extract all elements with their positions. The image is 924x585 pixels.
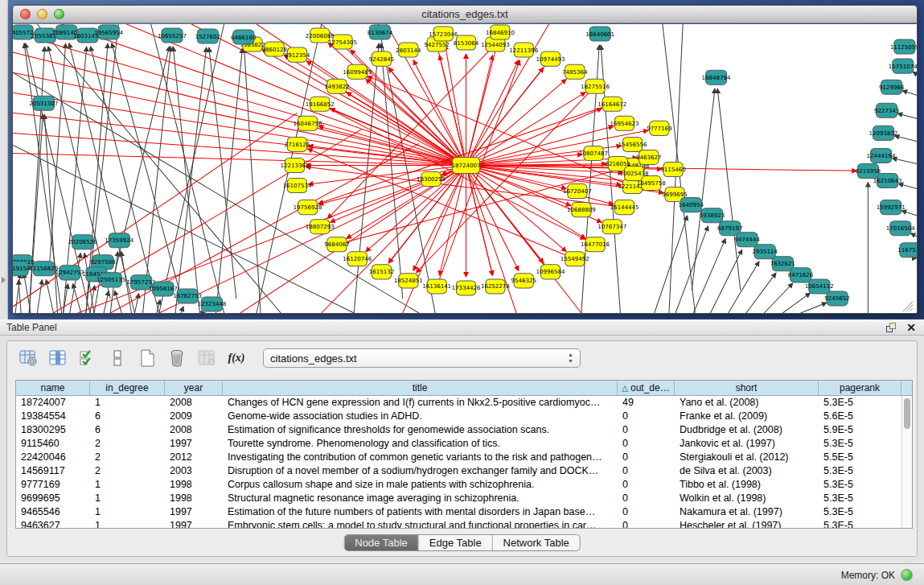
graph-node-label: 16144445 <box>610 204 639 211</box>
column-header-year[interactable]: year <box>165 381 223 396</box>
graph-edge <box>693 239 725 313</box>
graph-node-label: 16495758 <box>637 179 666 187</box>
table-mode-icon[interactable] <box>18 348 38 368</box>
graph-node-label: 16782753 <box>173 292 202 299</box>
graph-node-label: 9245652 <box>824 295 849 302</box>
table-panel-title: Table Panel <box>6 322 57 333</box>
graph-node-label: 9546325 <box>511 277 536 284</box>
citation-network-graph[interactable]: 1872400711548108122114281614444510767347… <box>13 24 917 313</box>
table-cell: 9115460 <box>16 437 90 451</box>
graph-edge <box>173 47 199 313</box>
table-row[interactable]: 911546021997Tourette syndrome. Phenomeno… <box>16 437 901 451</box>
table-row[interactable]: 2242004622012Investigating the contribut… <box>16 451 901 464</box>
table-cell: 1998 <box>165 478 223 492</box>
delete-column-icon[interactable] <box>167 348 187 368</box>
graph-node-label: 9777169 <box>647 125 671 132</box>
new-column-icon[interactable] <box>138 348 157 368</box>
graph-node-label: 12505135 <box>97 276 125 283</box>
tab-node-table[interactable]: Node Table <box>344 535 418 550</box>
close-panel-icon[interactable]: ✕ <box>906 319 916 336</box>
select-column-icon[interactable] <box>48 348 68 368</box>
deselect-rows-icon[interactable] <box>108 348 127 368</box>
graph-node-label: 12323448 <box>197 301 226 308</box>
import-table-icon[interactable] <box>197 348 216 368</box>
float-panel-icon[interactable] <box>886 323 897 333</box>
table-selector-value: citations_edges.txt <box>270 352 357 365</box>
table-cell: Yano et al. (2008) <box>675 396 819 410</box>
resize-grip-icon[interactable] <box>910 308 913 311</box>
combo-arrows-icon: ▲▼ <box>568 352 573 365</box>
graph-node-label: 19565954 <box>94 29 123 36</box>
table-cell: Tibbo et al. (1998) <box>675 478 819 492</box>
graph-node-label: 18724007 <box>452 162 481 169</box>
tab-network-table[interactable]: Network Table <box>492 535 580 550</box>
graph-node-label: 8471626 <box>788 271 814 278</box>
table-row[interactable]: 1830029562008Estimation of significance … <box>16 423 901 437</box>
table-cell: Changes of HCN gene expression and I(f) … <box>223 396 618 410</box>
graph-node-label: 9227343 <box>874 107 899 114</box>
table-cell: 5.6E-5 <box>819 410 901 423</box>
network-window-titlebar[interactable]: citations_edges.txt <box>13 6 917 23</box>
minimize-window-button[interactable] <box>37 9 47 19</box>
column-header-pagerank[interactable]: pagerank <box>819 381 901 396</box>
table-scrollbar-thumb[interactable] <box>904 398 910 429</box>
memory-status-indicator[interactable] <box>901 569 913 581</box>
cytoscape-desktop: citations_edges.txt 18724007115481081221… <box>0 0 924 585</box>
graph-node-label: 10958167 <box>149 285 178 292</box>
graph-node-label: 7632621 <box>770 260 795 267</box>
table-cell: Stergiakouli et al. (2012) <box>675 451 819 464</box>
graph-node-label: 16252278 <box>481 282 510 290</box>
table-row[interactable]: 946554611997Estimation of the future num… <box>16 505 901 519</box>
graph-node-label: 10688809 <box>567 206 596 213</box>
table-row[interactable]: 1456911722003Disruption of a novel membe… <box>16 464 901 478</box>
close-window-button[interactable] <box>20 9 31 19</box>
table-cell: 18724007 <box>16 396 90 410</box>
graph-node-label: 9427552 <box>424 41 449 48</box>
resize-grip-icon[interactable] <box>906 305 913 311</box>
column-header-out_de[interactable]: △out_de… <box>618 381 675 396</box>
graph-node-label: 9699695 <box>662 191 687 198</box>
column-header-name[interactable]: name <box>16 381 90 396</box>
table-toolbar: f(x) citations_edges.txt ▲▼ <box>7 341 917 375</box>
zoom-window-button[interactable] <box>54 9 64 19</box>
graph-edge <box>73 283 81 313</box>
graph-node-label: 19756928 <box>294 204 322 211</box>
table-cell: 9699695 <box>16 492 90 505</box>
graph-node-label: 12444194 <box>867 152 896 159</box>
table-cell: 1 <box>90 492 165 505</box>
table-selector[interactable]: citations_edges.txt ▲▼ <box>263 348 581 368</box>
graph-node-label: 1167534 <box>897 246 917 253</box>
graph-node-label: 12544093 <box>481 41 510 48</box>
column-header-title[interactable]: title <box>223 381 618 396</box>
panel-expand-arrow-icon[interactable] <box>2 277 6 283</box>
graph-node-label: 15456556 <box>618 141 647 148</box>
table-cell: Structural magnetic resonance image aver… <box>223 492 618 505</box>
table-cell: de Silva et al. (2003) <box>675 464 819 478</box>
graph-node-label: 16099489 <box>343 68 372 76</box>
graph-edge <box>902 91 917 96</box>
table-row[interactable]: 946362711997Embryonic stem cells: a mode… <box>16 519 901 528</box>
graph-node-label: 9319154 <box>13 265 31 272</box>
table-row[interactable]: 977716911998Corpus callosum shape and si… <box>16 478 901 492</box>
graph-node-label: 2718126 <box>285 141 310 148</box>
table-cell: 2009 <box>165 410 223 423</box>
function-builder-icon[interactable]: f(x) <box>227 348 246 368</box>
tab-edge-table[interactable]: Edge Table <box>418 535 492 550</box>
graph-node-label: 1640954 <box>679 201 704 208</box>
table-row[interactable]: 1938455462009Genome-wide association stu… <box>16 410 901 423</box>
table-row[interactable]: 1872400712008Changes of HCN gene express… <box>16 396 901 410</box>
select-all-rows-icon[interactable] <box>78 348 97 368</box>
table-row[interactable]: 969969511998Structural magnetic resonanc… <box>16 492 901 505</box>
network-canvas[interactable]: 1872400711548108122114281614444510767347… <box>13 24 917 313</box>
column-header-in_degree[interactable]: in_degree <box>90 381 165 396</box>
column-header-short[interactable]: short <box>675 381 819 396</box>
table-cell: 5.3E-5 <box>819 437 901 451</box>
table-scrollbar[interactable] <box>901 396 912 528</box>
table-cell: 9465546 <box>16 505 90 519</box>
graph-node-label: 18524851 <box>394 277 423 284</box>
graph-node-label: 17359924 <box>105 237 133 244</box>
control-panel-edge <box>0 0 8 319</box>
graph-node-label: 16648794 <box>702 74 731 81</box>
graph-node-label: 16640601 <box>585 31 614 38</box>
table-cell: 2008 <box>165 396 223 410</box>
